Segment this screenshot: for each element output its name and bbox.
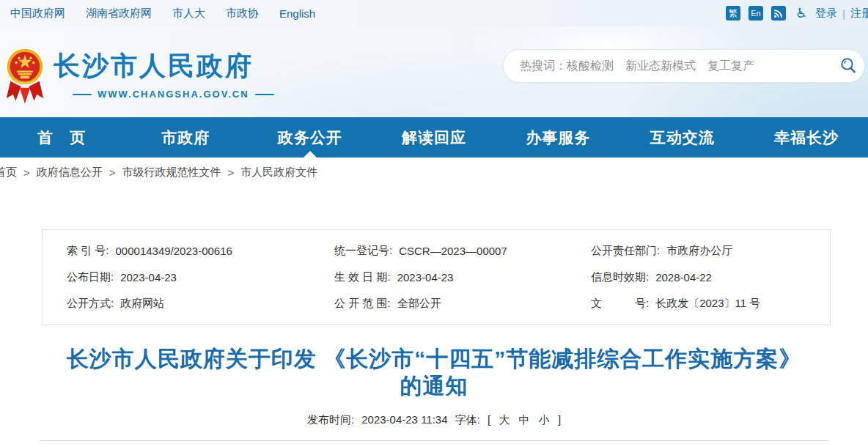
account-links: 登录 | 注册 <box>815 7 868 21</box>
meta-disclosure-method: 公开方式: 政府网站 <box>43 291 310 317</box>
meta-label: 文 号: <box>591 297 649 311</box>
top-tools: 繁 En ♿ 登录 | 注册 <box>726 0 868 26</box>
nav-label: 互动交流 <box>650 127 715 148</box>
meta-label: 统一登记号: <box>334 244 392 258</box>
meta-publish-date: 公布日期: 2023-04-23 <box>43 264 310 290</box>
nav-label: 幸福长沙 <box>774 127 839 148</box>
nav-item-interaction[interactable]: 互动交流 <box>649 117 716 158</box>
meta-value: 2023-04-23 <box>397 271 454 284</box>
breadcrumb-normative-documents[interactable]: 市级行政规范性文件 <box>122 166 221 180</box>
top-utility-bar: 中国政府网 湖南省政府网 市人大 市政协 English 繁 En ♿ 登录 |… <box>0 0 868 26</box>
meta-label: 公布日期: <box>67 270 114 284</box>
document-meta-table: 索 引 号: 000014349/2023-00616 统一登记号: CSCR—… <box>42 229 831 325</box>
breadcrumb-info-disclosure[interactable]: 政府信息公开 <box>37 166 103 180</box>
site-header: 长沙市人民政府 WWW.CHANGSHA.GOV.CN <box>0 26 868 117</box>
nav-label: 办事服务 <box>526 127 590 148</box>
english-version-icon[interactable]: En <box>749 6 763 21</box>
search-icon <box>839 56 858 75</box>
meta-effective-date: 生 效 日 期: 2023-04-23 <box>310 264 567 290</box>
nav-item-interpretation-response[interactable]: 解读回应 <box>400 117 468 158</box>
font-size-large-button[interactable]: 大 <box>499 413 510 426</box>
meta-validity-period: 信息时效期: 2028-04-22 <box>567 264 830 290</box>
search-button[interactable] <box>832 50 864 82</box>
publish-time-label: 发布时间: <box>307 413 354 426</box>
accessibility-icon[interactable]: ♿ <box>795 7 807 20</box>
nav-item-happy-changsha[interactable]: 幸福长沙 <box>773 117 840 158</box>
link-hunan-gov[interactable]: 湖南省政府网 <box>86 7 152 21</box>
meta-value: 长政发〔2023〕11 号 <box>655 297 760 311</box>
breadcrumb-separator: > <box>109 166 116 179</box>
font-size-label: 字体: <box>455 413 480 426</box>
meta-value: 000014349/2023-00616 <box>116 245 232 257</box>
meta-value: CSCR—2023—00007 <box>399 245 507 257</box>
meta-document-number: 文 号: 长政发〔2023〕11 号 <box>567 291 830 317</box>
document-title-line2: 的通知 <box>0 372 868 399</box>
meta-index-number: 索 引 号: 000014349/2023-00616 <box>43 237 310 264</box>
nav-item-city-government[interactable]: 市政府 <box>152 117 219 158</box>
link-peoples-congress[interactable]: 市人大 <box>172 7 205 21</box>
publish-info-row: 发布时间: 2023-04-23 11:34 字体: [ 大 中 小 ] <box>0 413 868 427</box>
meta-value: 2023-04-23 <box>120 271 177 284</box>
national-emblem-logo <box>5 40 45 107</box>
breadcrumb: 首页 > 政府信息公开 > 市级行政规范性文件 > 市人民政府文件 <box>0 158 868 188</box>
register-link[interactable]: 注册 <box>850 7 868 21</box>
meta-value: 全部公开 <box>397 297 441 311</box>
font-size-medium-button[interactable]: 中 <box>519 413 530 426</box>
main-navigation: 首 页 市政府 政务公开 解读回应 办事服务 互动交流 幸福长沙 <box>0 117 868 158</box>
meta-label: 公开方式: <box>67 297 114 311</box>
link-cppcc[interactable]: 市政协 <box>226 7 259 21</box>
meta-label: 生 效 日 期: <box>334 270 391 284</box>
meta-value: 政府网站 <box>120 297 164 311</box>
site-title: 长沙市人民政府 <box>54 48 274 84</box>
meta-label: 公开责任部门: <box>591 244 660 258</box>
link-china-gov[interactable]: 中国政府网 <box>10 7 65 21</box>
font-size-small-button[interactable]: 小 <box>539 413 550 426</box>
meta-responsible-department: 公开责任部门: 市政府办公厅 <box>567 237 830 264</box>
nav-label: 市政府 <box>161 127 210 148</box>
document-title-line1: 长沙市人民政府关于印发 《长沙市“十四五”节能减排综合工作实施方案》 <box>0 345 868 372</box>
nav-label: 解读回应 <box>402 127 466 148</box>
site-search <box>503 49 865 83</box>
traditional-chinese-icon[interactable]: 繁 <box>726 6 740 21</box>
meta-label: 信息时效期: <box>591 270 649 284</box>
document-title: 长沙市人民政府关于印发 《长沙市“十四五”节能减排综合工作实施方案》 的通知 <box>0 345 868 399</box>
site-url: WWW.CHANGSHA.GOV.CN <box>98 89 249 100</box>
breadcrumb-separator: > <box>23 166 30 179</box>
login-register-divider: | <box>842 7 845 20</box>
publish-time-value: 2023-04-23 11:34 <box>361 413 447 426</box>
breadcrumb-government-documents: 市人民政府文件 <box>240 166 317 180</box>
link-english[interactable]: English <box>279 7 315 20</box>
font-size-bracket-open: [ <box>488 413 490 426</box>
site-brand[interactable]: 长沙市人民政府 WWW.CHANGSHA.GOV.CN <box>5 40 274 107</box>
brand-text: 长沙市人民政府 WWW.CHANGSHA.GOV.CN <box>54 40 274 100</box>
breadcrumb-home[interactable]: 首页 <box>0 166 17 180</box>
login-link[interactable]: 登录 <box>815 7 837 21</box>
content-divider <box>40 440 828 441</box>
page: 中国政府网 湖南省政府网 市人大 市政协 English 繁 En ♿ 登录 |… <box>0 0 868 444</box>
meta-value: 2028-04-22 <box>655 271 712 284</box>
meta-value: 市政府办公厅 <box>666 244 732 258</box>
nav-item-home[interactable]: 首 页 <box>28 117 95 158</box>
nav-label: 政务公开 <box>278 127 342 148</box>
meta-disclosure-scope: 公 开 范 围: 全部公开 <box>310 291 567 317</box>
breadcrumb-separator: > <box>228 166 235 179</box>
meta-registration-number: 统一登记号: CSCR—2023—00007 <box>310 237 567 264</box>
rss-icon[interactable] <box>771 6 786 21</box>
url-dash-left <box>73 94 92 95</box>
active-nav-caret <box>304 151 317 158</box>
site-url-row: WWW.CHANGSHA.GOV.CN <box>73 89 274 100</box>
nav-item-services[interactable]: 办事服务 <box>524 117 592 158</box>
meta-label: 索 引 号: <box>67 244 109 258</box>
font-size-bracket-close: ] <box>558 413 561 426</box>
nav-item-government-affairs[interactable]: 政务公开 <box>276 117 344 158</box>
search-input[interactable] <box>504 59 832 73</box>
nav-label: 首 页 <box>37 127 86 148</box>
url-dash-right <box>255 94 274 95</box>
meta-label: 公 开 范 围: <box>334 297 391 311</box>
top-links: 中国政府网 湖南省政府网 市人大 市政协 English <box>0 7 315 21</box>
